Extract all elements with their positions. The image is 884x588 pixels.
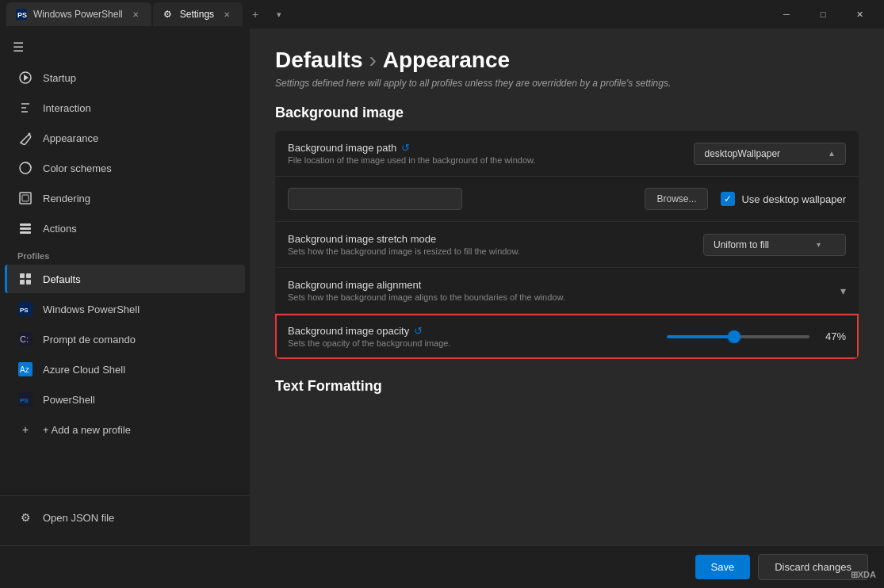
bg-image-path-input-container [288,188,632,210]
bg-stretch-mode-desc: Sets how the background image is resized… [288,246,694,256]
opacity-value: 47% [817,330,846,342]
sidebar-item-appearance[interactable]: Appearance [5,124,245,152]
azure-cloud-shell-icon: Az [17,361,33,377]
new-tab-button[interactable]: + [244,3,266,25]
sidebar-item-color-schemes[interactable]: Color schemes [5,154,245,182]
prompt-de-comando-icon: C: [17,331,33,347]
close-button[interactable]: ✕ [841,2,878,27]
use-desktop-wallpaper-container[interactable]: ✓ Use desktop wallpaper [721,192,846,206]
sidebar-item-startup-label: Startup [43,72,76,84]
bg-image-browse-row: Browse... ✓ Use desktop wallpaper [275,177,859,222]
opacity-slider-container: 47% [667,330,846,342]
tab-powershell[interactable]: PS Windows PowerShell ✕ [6,2,151,26]
bg-image-path-info: Background image path ↺ File location of… [288,142,684,165]
sidebar-item-startup[interactable]: Startup [5,63,245,92]
bg-opacity-row: Background image opacity ↺ Sets the opac… [275,314,859,359]
titlebar-tabs: PS Windows PowerShell ✕ ⚙ Settings ✕ + ▾ [6,0,765,29]
hamburger-button[interactable]: ☰ [0,35,250,59]
sidebar-item-open-json[interactable]: ⚙ Open JSON file [5,503,245,532]
opacity-slider[interactable] [667,335,809,338]
bg-opacity-reset-icon[interactable]: ↺ [414,325,423,337]
window-controls: ─ □ ✕ [768,2,878,27]
bg-opacity-info: Background image opacity ↺ Sets the opac… [288,325,657,348]
tab-settings[interactable]: ⚙ Settings ✕ [153,2,243,26]
sidebar-item-azure-cloud-shell-label: Azure Cloud Shell [43,364,125,376]
sidebar-item-interaction[interactable]: Interaction [5,94,245,122]
bg-stretch-mode-value: Uniform to fill [714,239,769,250]
svg-text:C:: C: [20,334,29,344]
bg-stretch-mode-row: Background image stretch mode Sets how t… [275,222,859,268]
actions-icon [17,220,33,236]
use-desktop-wallpaper-label: Use desktop wallpaper [741,193,846,205]
sidebar-item-powershell-label: PowerShell [43,394,95,406]
save-button[interactable]: Save [695,555,751,579]
sidebar-item-rendering[interactable]: Rendering [5,184,245,212]
svg-rect-12 [26,273,31,278]
svg-point-4 [29,133,31,136]
use-desktop-wallpaper-checkbox[interactable]: ✓ [721,192,735,206]
powershell-tab-icon: PS [16,9,27,20]
bg-image-path-reset-icon[interactable]: ↺ [401,142,410,154]
sidebar-item-appearance-label: Appearance [43,132,98,144]
powershell-icon: PS [17,391,33,407]
breadcrumb: Defaults › Appearance [275,48,859,73]
maximize-button[interactable]: □ [805,2,841,27]
sidebar-item-defaults-label: Defaults [43,273,81,285]
tab-settings-close[interactable]: ✕ [220,8,233,21]
appearance-icon [17,130,33,146]
svg-rect-6 [20,193,31,204]
bg-stretch-mode-control: Uniform to fill ▾ [703,234,846,256]
open-json-icon: ⚙ [17,510,33,525]
sidebar-item-rendering-label: Rendering [43,193,90,204]
breadcrumb-current: Appearance [383,48,510,73]
sidebar-item-add-profile[interactable]: + + Add a new profile [5,415,245,444]
sidebar-item-prompt-de-comando[interactable]: C: Prompt de comando [5,325,245,353]
titlebar: PS Windows PowerShell ✕ ⚙ Settings ✕ + ▾… [0,0,884,29]
minimize-button[interactable]: ─ [768,2,805,27]
bg-image-path-dropdown-value: desktopWallpaper [704,148,780,159]
startup-icon [17,70,33,86]
sidebar-item-prompt-de-comando-label: Prompt de comando [43,334,136,346]
sidebar-item-add-profile-label: + Add a new profile [43,424,131,436]
svg-rect-7 [22,195,29,201]
bg-image-path-label: Background image path ↺ [288,142,684,154]
svg-marker-3 [24,74,29,81]
sidebar-item-actions-label: Actions [43,223,77,235]
color-schemes-icon [17,160,33,176]
bg-image-path-dropdown-chevron: ▲ [828,149,836,158]
browse-button[interactable]: Browse... [645,188,708,210]
bg-opacity-label: Background image opacity ↺ [288,325,657,337]
svg-text:PS: PS [20,307,29,314]
bg-alignment-row: Background image alignment Sets how the … [275,268,859,314]
sidebar-item-windows-powershell[interactable]: PS Windows PowerShell [5,295,245,323]
sidebar-item-defaults[interactable]: Defaults [5,265,245,293]
background-image-section-title: Background image [275,105,859,121]
svg-rect-10 [20,231,31,234]
svg-text:PS: PS [20,397,29,404]
content-area: Defaults › Appearance Settings defined h… [250,29,884,545]
sidebar-item-azure-cloud-shell[interactable]: Az Azure Cloud Shell [5,355,245,384]
bg-alignment-desc: Sets how the background image aligns to … [288,292,831,302]
sidebar-item-open-json-label: Open JSON file [43,512,114,524]
breadcrumb-parent: Defaults [275,48,362,73]
svg-rect-14 [26,280,31,284]
profiles-section-label: Profiles [0,243,250,264]
svg-rect-9 [20,227,31,230]
defaults-icon [17,271,33,287]
interaction-icon [17,100,33,116]
bg-image-path-dropdown[interactable]: desktopWallpaper ▲ [694,143,846,165]
bg-image-path-input[interactable] [288,188,462,210]
sidebar-item-powershell[interactable]: PS PowerShell [5,385,245,414]
tab-dropdown-button[interactable]: ▾ [268,3,290,25]
tab-powershell-close[interactable]: ✕ [129,8,142,21]
bg-stretch-mode-dropdown[interactable]: Uniform to fill ▾ [703,234,846,256]
sidebar-item-color-schemes-label: Color schemes [43,162,112,174]
bg-opacity-control: 47% [667,330,846,342]
text-formatting-section: Text Formatting [275,378,859,395]
sidebar-item-actions[interactable]: Actions [5,214,245,242]
svg-rect-11 [20,273,25,278]
bg-image-path-row: Background image path ↺ File location of… [275,131,859,177]
svg-rect-8 [20,223,31,226]
main-layout: ☰ Startup Interaction Appearance Color s… [0,29,884,545]
bg-alignment-chevron: ▾ [840,284,846,297]
